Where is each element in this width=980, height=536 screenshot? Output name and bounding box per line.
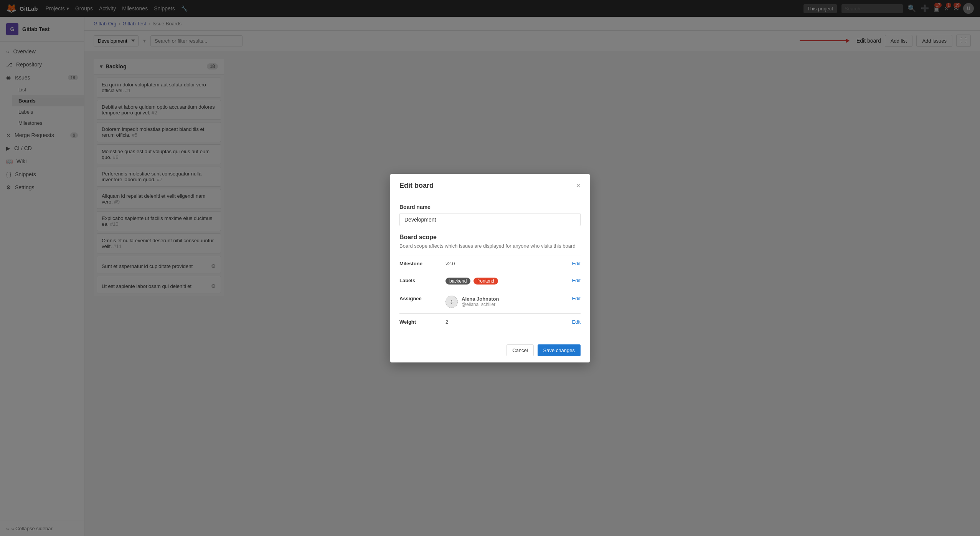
assignee-avatar: ⊹: [445, 296, 458, 308]
weight-edit-button[interactable]: Edit: [572, 319, 581, 325]
board-name-input[interactable]: [399, 213, 581, 226]
labels-label: Labels: [399, 278, 445, 283]
milestone-edit-button[interactable]: Edit: [572, 261, 581, 266]
edit-board-modal: Edit board × Board name Board scope Boar…: [390, 174, 590, 362]
milestone-row: Milestone v2.0 Edit: [399, 255, 581, 272]
assignee-value-container: ⊹ Alena Johnston @eliana_schiller: [445, 296, 572, 308]
weight-value: 2: [445, 319, 448, 325]
save-changes-button[interactable]: Save changes: [538, 344, 581, 356]
weight-row: Weight 2 Edit: [399, 313, 581, 330]
milestone-value: v2.0: [445, 261, 455, 266]
modal-close-button[interactable]: ×: [576, 182, 581, 189]
modal-title: Edit board: [399, 182, 434, 190]
cancel-button[interactable]: Cancel: [506, 344, 533, 356]
labels-row: Labels backend frontend Edit: [399, 272, 581, 290]
labels-value-container: backend frontend: [445, 278, 572, 285]
modal-header: Edit board ×: [390, 174, 590, 196]
scope-desc: Board scope affects which issues are dis…: [399, 243, 581, 249]
assignee-username: @eliana_schiller: [462, 302, 499, 307]
label-frontend[interactable]: frontend: [474, 278, 498, 285]
milestone-label: Milestone: [399, 261, 445, 266]
modal-footer: Cancel Save changes: [390, 338, 590, 362]
weight-value-container: 2: [445, 319, 572, 325]
scope-title: Board scope: [399, 234, 581, 241]
labels-edit-button[interactable]: Edit: [572, 278, 581, 283]
assignee-edit-button[interactable]: Edit: [572, 296, 581, 301]
weight-label: Weight: [399, 319, 445, 325]
assignee-info: Alena Johnston @eliana_schiller: [462, 296, 499, 307]
board-name-label: Board name: [399, 204, 581, 210]
milestone-value-container: v2.0: [445, 261, 572, 266]
modal-overlay[interactable]: Edit board × Board name Board scope Boar…: [0, 0, 980, 536]
label-backend[interactable]: backend: [445, 278, 470, 285]
board-name-group: Board name: [399, 204, 581, 226]
assignee-row: Assignee ⊹ Alena Johnston @eliana_schill…: [399, 290, 581, 313]
assignee-label: Assignee: [399, 296, 445, 301]
assignee-info-row: ⊹ Alena Johnston @eliana_schiller: [445, 296, 572, 308]
board-scope-section: Board scope Board scope affects which is…: [399, 234, 581, 330]
assignee-name: Alena Johnston: [462, 296, 499, 302]
modal-body: Board name Board scope Board scope affec…: [390, 196, 590, 338]
